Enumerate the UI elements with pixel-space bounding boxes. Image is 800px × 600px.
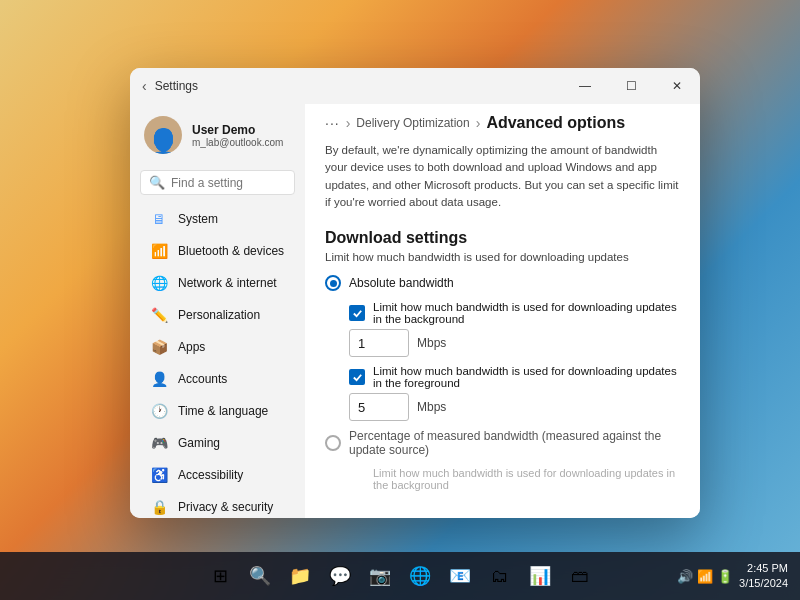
search-box[interactable]: 🔍	[140, 170, 295, 195]
bg-bandwidth-input[interactable]	[349, 329, 409, 357]
taskbar-start[interactable]: ⊞	[202, 558, 238, 594]
sidebar-label-time: Time & language	[178, 404, 268, 418]
taskbar-sys-icons: 🔊 📶 🔋	[677, 569, 733, 584]
sidebar-label-apps: Apps	[178, 340, 205, 354]
download-section-title: Download settings	[325, 229, 680, 247]
bg-mbps-label: Mbps	[417, 336, 446, 350]
sidebar-item-bluetooth[interactable]: 📶 Bluetooth & devices	[136, 235, 299, 267]
sidebar-item-system[interactable]: 🖥 System	[136, 203, 299, 235]
sidebar-item-accounts[interactable]: 👤 Accounts	[136, 363, 299, 395]
fg-mbps-label: Mbps	[417, 400, 446, 414]
breadcrumb-sep-1: ›	[346, 115, 351, 131]
pct-bandwidth-option[interactable]: Percentage of measured bandwidth (measur…	[325, 429, 680, 457]
sidebar-label-gaming: Gaming	[178, 436, 220, 450]
nav-container: 🖥 System 📶 Bluetooth & devices 🌐 Network…	[130, 203, 305, 518]
close-button[interactable]: ✕	[654, 68, 700, 104]
pct-disabled-text: Limit how much bandwidth is used for dow…	[373, 467, 680, 491]
taskbar-edge[interactable]: 🌐	[402, 558, 438, 594]
sidebar: 👤 User Demo m_lab@outlook.com 🔍 🖥 System	[130, 104, 305, 518]
bluetooth-icon: 📶	[150, 242, 168, 260]
absolute-radio[interactable]	[325, 275, 341, 291]
sidebar-label-accounts: Accounts	[178, 372, 227, 386]
personalization-icon: ✏️	[150, 306, 168, 324]
taskbar-explorer[interactable]: 🗃	[562, 558, 598, 594]
sidebar-item-apps[interactable]: 📦 Apps	[136, 331, 299, 363]
taskbar-excel[interactable]: 📊	[522, 558, 558, 594]
settings-window: ‹ Settings — ☐ ✕ 👤 User Demo m_lab@ou	[130, 68, 700, 518]
breadcrumb-dots[interactable]: ···	[325, 115, 340, 131]
privacy-icon: 🔒	[150, 498, 168, 516]
gaming-icon: 🎮	[150, 434, 168, 452]
breadcrumb-sep-2: ›	[476, 115, 481, 131]
accessibility-icon: ♿	[150, 466, 168, 484]
sidebar-item-accessibility[interactable]: ♿ Accessibility	[136, 459, 299, 491]
accounts-icon: 👤	[150, 370, 168, 388]
back-button[interactable]: ‹	[142, 78, 147, 94]
user-profile[interactable]: 👤 User Demo m_lab@outlook.com	[130, 104, 305, 166]
sidebar-label-bluetooth: Bluetooth & devices	[178, 244, 284, 258]
absolute-bandwidth-option[interactable]: Absolute bandwidth	[325, 275, 680, 291]
sidebar-item-network[interactable]: 🌐 Network & internet	[136, 267, 299, 299]
taskbar-center: ⊞ 🔍 📁 💬 📷 🌐 📧 🗂 📊 🗃	[202, 558, 598, 594]
main-content: ··· › Delivery Optimization › Advanced o…	[305, 104, 700, 518]
window-body: 👤 User Demo m_lab@outlook.com 🔍 🖥 System	[130, 104, 700, 518]
sidebar-item-privacy[interactable]: 🔒 Privacy & security	[136, 491, 299, 518]
taskbar-mail[interactable]: 📧	[442, 558, 478, 594]
sidebar-label-privacy: Privacy & security	[178, 500, 273, 514]
user-email: m_lab@outlook.com	[192, 137, 291, 148]
taskbar-right: 🔊 📶 🔋 2:45 PM 3/15/2024	[677, 561, 788, 592]
desktop: ‹ Settings — ☐ ✕ 👤 User Demo m_lab@ou	[0, 0, 800, 600]
bg-checkbox[interactable]	[349, 305, 365, 321]
bg-checkbox-label: Limit how much bandwidth is used for dow…	[373, 301, 680, 325]
fg-bandwidth-input[interactable]	[349, 393, 409, 421]
wifi-icon[interactable]: 📶	[697, 569, 713, 584]
taskbar: ⊞ 🔍 📁 💬 📷 🌐 📧 🗂 📊 🗃 🔊 📶 🔋 2:45 PM 3/15/2…	[0, 552, 800, 600]
apps-icon: 📦	[150, 338, 168, 356]
user-info: User Demo m_lab@outlook.com	[192, 123, 291, 148]
battery-icon[interactable]: 🔋	[717, 569, 733, 584]
sidebar-item-personalization[interactable]: ✏️ Personalization	[136, 299, 299, 331]
taskbar-time-value: 2:45 PM	[739, 561, 788, 576]
system-icon: 🖥	[150, 210, 168, 228]
search-input[interactable]	[171, 176, 286, 190]
titlebar: ‹ Settings — ☐ ✕	[130, 68, 700, 104]
breadcrumb-delivery-optimization[interactable]: Delivery Optimization	[356, 116, 469, 130]
maximize-button[interactable]: ☐	[608, 68, 654, 104]
taskbar-photos[interactable]: 📷	[362, 558, 398, 594]
network-icon: 🌐	[150, 274, 168, 292]
breadcrumb: ··· › Delivery Optimization › Advanced o…	[305, 104, 700, 142]
window-title: Settings	[155, 79, 198, 93]
sidebar-item-gaming[interactable]: 🎮 Gaming	[136, 427, 299, 459]
sidebar-label-network: Network & internet	[178, 276, 277, 290]
download-section-subtitle: Limit how much bandwidth is used for dow…	[325, 251, 680, 263]
content-area: By default, we're dynamically optimizing…	[305, 142, 700, 511]
sidebar-label-personalization: Personalization	[178, 308, 260, 322]
pct-radio[interactable]	[325, 435, 341, 451]
fg-checkbox[interactable]	[349, 369, 365, 385]
user-name: User Demo	[192, 123, 291, 137]
absolute-label: Absolute bandwidth	[349, 276, 454, 290]
breadcrumb-current: Advanced options	[486, 114, 625, 132]
taskbar-date-value: 3/15/2024	[739, 576, 788, 591]
fg-checkbox-row: Limit how much bandwidth is used for dow…	[349, 365, 680, 389]
bg-input-row: Mbps	[349, 329, 680, 357]
minimize-button[interactable]: —	[562, 68, 608, 104]
pct-label: Percentage of measured bandwidth (measur…	[349, 429, 680, 457]
fg-checkbox-label: Limit how much bandwidth is used for dow…	[373, 365, 680, 389]
taskbar-files[interactable]: 📁	[282, 558, 318, 594]
taskbar-search[interactable]: 🔍	[242, 558, 278, 594]
sidebar-item-time[interactable]: 🕐 Time & language	[136, 395, 299, 427]
window-controls: — ☐ ✕	[562, 68, 700, 104]
sidebar-label-system: System	[178, 212, 218, 226]
avatar-figure: 👤	[146, 130, 181, 154]
fg-input-row: Mbps	[349, 393, 680, 421]
bg-checkbox-row: Limit how much bandwidth is used for dow…	[349, 301, 680, 325]
taskbar-store[interactable]: 🗂	[482, 558, 518, 594]
volume-icon[interactable]: 🔊	[677, 569, 693, 584]
taskbar-clock[interactable]: 2:45 PM 3/15/2024	[739, 561, 788, 592]
taskbar-chat[interactable]: 💬	[322, 558, 358, 594]
time-icon: 🕐	[150, 402, 168, 420]
content-description: By default, we're dynamically optimizing…	[325, 142, 680, 211]
sidebar-label-accessibility: Accessibility	[178, 468, 243, 482]
search-icon: 🔍	[149, 175, 165, 190]
